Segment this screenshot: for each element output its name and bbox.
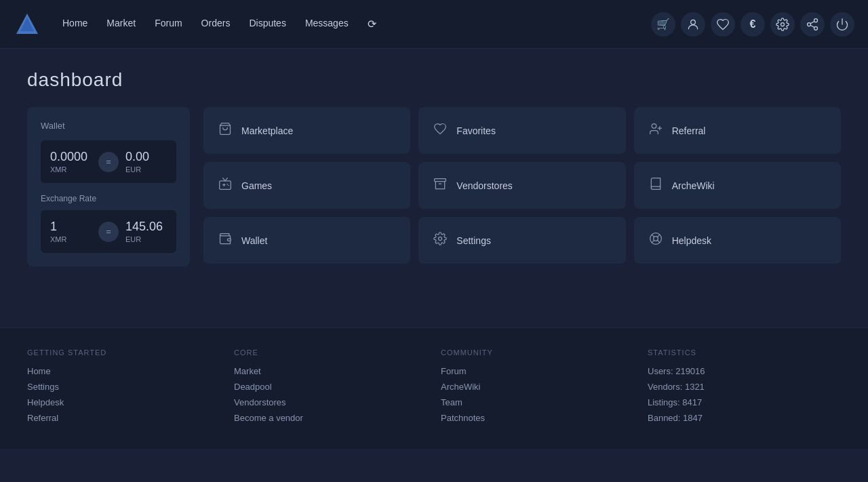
- refresh-button[interactable]: ⟳: [359, 14, 384, 35]
- exchange-eur-currency: EUR: [125, 235, 167, 243]
- nav-link-market[interactable]: Market: [98, 14, 144, 35]
- nav-link-forum[interactable]: Forum: [146, 14, 190, 35]
- power-button[interactable]: [830, 12, 854, 37]
- marketplace-card[interactable]: Marketplace: [203, 107, 410, 154]
- archewiki-label: ArcheWiki: [672, 180, 715, 191]
- logo[interactable]: [14, 11, 41, 38]
- balance-row: 0.0000 XMR = 0.00 EUR: [41, 140, 176, 183]
- settings-card[interactable]: Settings: [418, 217, 625, 264]
- vendorstores-icon: [432, 177, 448, 194]
- xmr-currency: XMR: [50, 165, 92, 174]
- cart-button[interactable]: 🛒: [651, 12, 675, 37]
- eur-balance: 0.00 EUR: [125, 150, 167, 174]
- stat-users: Users: 219016: [648, 366, 841, 376]
- stat-listings: Listings: 8417: [648, 397, 841, 407]
- vendorstores-card[interactable]: Vendorstores: [418, 162, 625, 209]
- settings-label: Settings: [456, 235, 491, 246]
- referral-card[interactable]: Referral: [634, 107, 841, 154]
- favorites-card[interactable]: Favorites: [418, 107, 625, 154]
- svg-line-21: [652, 240, 654, 243]
- exchange-xmr-currency: XMR: [50, 235, 92, 243]
- footer-statistics: STATISTICS Users: 219016 Vendors: 1321 L…: [648, 348, 841, 428]
- svg-line-18: [652, 235, 654, 237]
- favorites-label: Favorites: [456, 125, 496, 136]
- nav-link-home[interactable]: Home: [54, 14, 96, 35]
- footer-link-forum[interactable]: Forum: [441, 366, 634, 376]
- footer-core-title: CORE: [234, 348, 427, 357]
- user-button[interactable]: [681, 12, 705, 37]
- footer-link-patchnotes[interactable]: Patchnotes: [441, 413, 634, 423]
- main-content: dashboard Wallet 0.0000 XMR = 0.00 EUR E…: [0, 49, 868, 287]
- svg-line-19: [657, 240, 660, 243]
- games-card[interactable]: Games: [203, 162, 410, 209]
- footer-link-market[interactable]: Market: [234, 366, 427, 376]
- exchange-xmr: 1 XMR: [50, 220, 92, 243]
- footer-link-vendorstores[interactable]: Vendorstores: [234, 397, 427, 407]
- stat-vendors: Vendors: 1321: [648, 382, 841, 392]
- grid-cards: Marketplace Favorites Referral: [203, 107, 841, 264]
- exchange-row: 1 XMR = 145.06 EUR: [41, 210, 176, 253]
- footer-getting-started: GETTING STARTED Home Settings Helpdesk R…: [27, 348, 220, 428]
- svg-point-3: [781, 22, 785, 26]
- wallet-nav-card[interactable]: Wallet: [203, 217, 410, 264]
- footer-statistics-title: STATISTICS: [648, 348, 841, 357]
- nav-link-messages[interactable]: Messages: [297, 14, 357, 35]
- favorites-icon: [432, 122, 448, 139]
- svg-line-20: [657, 235, 660, 237]
- games-icon: [217, 177, 233, 194]
- dashboard-body: Wallet 0.0000 XMR = 0.00 EUR Exchange Ra…: [27, 107, 841, 266]
- xmr-amount: 0.0000: [50, 150, 92, 164]
- share-button[interactable]: [800, 12, 825, 37]
- footer-link-home[interactable]: Home: [27, 366, 220, 376]
- stat-banned: Banned: 1847: [648, 413, 841, 423]
- games-label: Games: [241, 180, 272, 191]
- footer-link-referral[interactable]: Referral: [27, 413, 220, 423]
- svg-point-15: [439, 237, 442, 241]
- footer-link-deadpool[interactable]: Deadpool: [234, 382, 427, 392]
- exchange-xmr-amount: 1: [50, 220, 92, 234]
- exchange-equals: =: [98, 222, 119, 242]
- helpdesk-icon: [648, 232, 664, 249]
- page-title: dashboard: [27, 69, 841, 91]
- nav-right-icons: 🛒 €: [651, 12, 854, 37]
- equals-badge: =: [98, 152, 119, 172]
- svg-point-6: [652, 124, 656, 129]
- footer-link-become-vendor[interactable]: Become a vendor: [234, 413, 427, 423]
- favorites-button[interactable]: [711, 12, 735, 37]
- footer: GETTING STARTED Home Settings Helpdesk R…: [0, 327, 868, 449]
- nav-links: Home Market Forum Orders Disputes Messag…: [54, 14, 651, 35]
- footer-link-team[interactable]: Team: [441, 397, 634, 407]
- archewiki-icon: [648, 177, 664, 194]
- settings-icon: [432, 232, 448, 249]
- exchange-eur-amount: 145.06: [125, 220, 167, 234]
- helpdesk-card[interactable]: Helpdesk: [634, 217, 841, 264]
- grid-section: Marketplace Favorites Referral: [203, 107, 841, 266]
- svg-point-13: [228, 185, 229, 186]
- xmr-balance: 0.0000 XMR: [50, 150, 92, 174]
- exchange-eur: 145.06 EUR: [125, 220, 167, 243]
- footer-community: COMMUNITY Forum ArcheWiki Team Patchnote…: [441, 348, 634, 428]
- footer-getting-started-title: GETTING STARTED: [27, 348, 220, 357]
- footer-community-title: COMMUNITY: [441, 348, 634, 357]
- footer-link-settings[interactable]: Settings: [27, 382, 220, 392]
- referral-label: Referral: [672, 125, 706, 136]
- svg-point-2: [691, 20, 696, 24]
- nav-link-disputes[interactable]: Disputes: [241, 14, 294, 35]
- referral-icon: [648, 122, 664, 139]
- footer-core: CORE Market Deadpool Vendorstores Become…: [234, 348, 427, 428]
- wallet-nav-label: Wallet: [241, 235, 267, 246]
- archewiki-card[interactable]: ArcheWiki: [634, 162, 841, 209]
- wallet-panel: Wallet 0.0000 XMR = 0.00 EUR Exchange Ra…: [27, 107, 190, 266]
- nav-link-orders[interactable]: Orders: [193, 14, 239, 35]
- marketplace-label: Marketplace: [241, 125, 293, 136]
- navbar: Home Market Forum Orders Disputes Messag…: [0, 0, 868, 49]
- currency-button[interactable]: €: [741, 12, 765, 37]
- gear-button[interactable]: [770, 12, 795, 37]
- eur-amount: 0.00: [125, 150, 167, 164]
- footer-link-helpdesk[interactable]: Helpdesk: [27, 397, 220, 407]
- svg-point-12: [227, 184, 229, 185]
- helpdesk-label: Helpdesk: [672, 235, 711, 246]
- wallet-nav-icon: [217, 232, 233, 249]
- footer-link-archewiki[interactable]: ArcheWiki: [441, 382, 634, 392]
- exchange-label: Exchange Rate: [41, 194, 176, 203]
